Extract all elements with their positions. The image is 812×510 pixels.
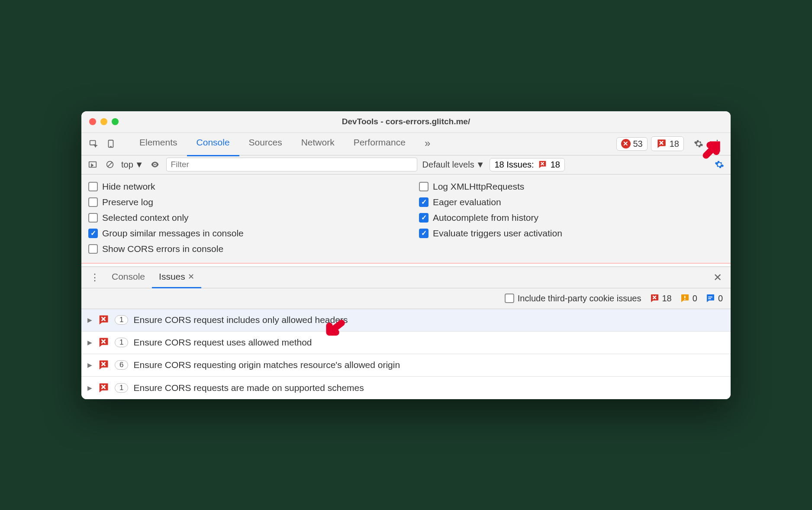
close-tab-icon[interactable]: ✕	[188, 272, 194, 281]
issue-count: 1	[115, 383, 128, 393]
issue-row[interactable]: ▶ 6 Ensure CORS requesting origin matche…	[81, 354, 731, 377]
context-label: top	[121, 160, 133, 170]
setting-preserve-log[interactable]: Preserve log	[88, 194, 393, 210]
toolbar-badges: 53 18	[616, 136, 684, 151]
console-settings-panel: Hide network Preserve log Selected conte…	[81, 174, 731, 263]
checkbox-icon	[88, 197, 98, 207]
panel-tabs: Elements Console Sources Network Perform…	[130, 132, 440, 156]
minimize-window-button[interactable]	[100, 118, 107, 125]
issue-count: 6	[115, 360, 128, 370]
issues-options-bar: Include third-party cookie issues 18 0 0	[81, 288, 731, 309]
issue-chat-icon	[97, 382, 110, 394]
svg-rect-0	[90, 141, 96, 145]
drawer-kebab-icon[interactable]: ⋮	[87, 272, 105, 283]
checkbox-icon	[88, 244, 98, 254]
tab-overflow[interactable]: »	[415, 132, 440, 156]
maximize-window-button[interactable]	[112, 118, 119, 125]
filter-input[interactable]	[166, 158, 417, 171]
levels-label: Default levels	[422, 160, 474, 170]
checkbox-icon	[419, 182, 429, 191]
close-window-button[interactable]	[89, 118, 96, 125]
context-selector[interactable]: top ▼	[121, 160, 144, 170]
checkbox-icon	[88, 182, 98, 191]
checkbox-icon	[505, 294, 514, 303]
expand-triangle-icon[interactable]: ▶	[87, 339, 92, 346]
devtools-window: DevTools - cors-errors.glitch.me/ Elemen…	[81, 111, 731, 399]
sidebar-toggle-icon[interactable]	[87, 158, 99, 171]
issues-label: 18 Issues:	[494, 160, 534, 170]
setting-user-activation[interactable]: Evaluate triggers user activation	[419, 226, 724, 241]
issue-chat-icon	[538, 160, 547, 169]
issue-title: Ensure CORS requests are made on support…	[133, 383, 364, 393]
setting-group-similar[interactable]: Group similar messages in console	[88, 226, 393, 241]
chevron-down-icon: ▼	[135, 160, 144, 170]
tab-elements[interactable]: Elements	[130, 132, 187, 156]
info-chat-icon	[705, 293, 715, 303]
checkbox-icon	[88, 229, 98, 238]
issue-title: Ensure CORS request uses allowed method	[133, 337, 312, 348]
live-expression-icon[interactable]	[149, 158, 161, 171]
errors-badge[interactable]: 53	[616, 137, 648, 151]
issue-title: Ensure CORS requesting origin matches re…	[133, 360, 400, 370]
main-toolbar: Elements Console Sources Network Perform…	[81, 133, 731, 155]
error-icon	[621, 139, 631, 148]
stat-warnings[interactable]: 0	[680, 293, 697, 303]
window-title: DevTools - cors-errors.glitch.me/	[81, 117, 731, 126]
svg-point-6	[154, 164, 156, 165]
issue-chat-icon	[97, 314, 110, 326]
issue-chat-icon	[97, 336, 110, 349]
issue-count: 1	[115, 338, 128, 347]
traffic-lights	[81, 118, 119, 125]
tab-console[interactable]: Console	[187, 132, 239, 156]
drawer-tab-console[interactable]: Console	[105, 266, 152, 288]
clear-console-icon[interactable]	[104, 158, 116, 171]
expand-triangle-icon[interactable]: ▶	[87, 362, 92, 368]
issue-row[interactable]: ▶ 1 Ensure CORS request includes only al…	[81, 309, 731, 332]
console-toolbar: top ▼ Default levels ▼ 18 Issues: 18	[81, 155, 731, 174]
annotation-arrow-icon	[699, 139, 722, 163]
tab-network[interactable]: Network	[292, 132, 344, 156]
issue-row[interactable]: ▶ 1 Ensure CORS request uses allowed met…	[81, 332, 731, 354]
log-levels-selector[interactable]: Default levels ▼	[422, 160, 485, 170]
expand-triangle-icon[interactable]: ▶	[87, 384, 92, 391]
issue-row[interactable]: ▶ 1 Ensure CORS requests are made on sup…	[81, 377, 731, 399]
issue-chat-icon	[649, 293, 660, 303]
checkbox-icon	[88, 213, 98, 223]
device-toolbar-icon[interactable]	[104, 137, 118, 151]
svg-rect-7	[684, 296, 686, 298]
setting-autocomplete[interactable]: Autocomplete from history	[419, 210, 724, 226]
annotation-arrow-icon	[324, 317, 346, 342]
stat-errors[interactable]: 18	[649, 293, 672, 303]
issues-count-top: 18	[670, 139, 679, 149]
svg-line-5	[108, 162, 113, 167]
expand-triangle-icon[interactable]: ▶	[87, 316, 92, 323]
stat-info[interactable]: 0	[705, 293, 723, 303]
svg-rect-8	[684, 299, 686, 300]
checkbox-icon	[419, 213, 429, 223]
chevron-down-icon: ▼	[476, 160, 485, 170]
titlebar: DevTools - cors-errors.glitch.me/	[81, 111, 731, 133]
warning-chat-icon	[680, 293, 690, 303]
setting-eager-eval[interactable]: Eager evaluation	[419, 194, 724, 210]
setting-show-cors[interactable]: Show CORS errors in console	[88, 241, 393, 257]
issue-chat-icon	[97, 359, 110, 371]
tab-sources[interactable]: Sources	[239, 132, 292, 156]
drawer-close-icon[interactable]: ✕	[710, 268, 725, 287]
issues-list: ▶ 1 Ensure CORS request includes only al…	[81, 309, 731, 399]
drawer-tab-issues[interactable]: Issues ✕	[152, 266, 201, 288]
drawer-tabs: ⋮ Console Issues ✕ ✕	[81, 267, 731, 288]
svg-rect-9	[708, 297, 712, 297]
issues-badge-top[interactable]: 18	[651, 136, 684, 151]
tab-performance[interactable]: Performance	[344, 132, 415, 156]
inspect-element-icon[interactable]	[87, 137, 100, 151]
include-3p-checkbox[interactable]: Include third-party cookie issues	[505, 294, 641, 303]
svg-rect-10	[708, 298, 711, 299]
setting-log-xhr[interactable]: Log XMLHttpRequests	[419, 179, 724, 194]
issues-button[interactable]: 18 Issues: 18	[490, 158, 564, 171]
issue-chat-icon	[656, 138, 667, 149]
setting-hide-network[interactable]: Hide network	[88, 179, 393, 194]
issue-count: 1	[115, 315, 128, 325]
issues-badge-count: 18	[551, 160, 560, 170]
checkbox-icon	[419, 229, 429, 238]
setting-selected-context[interactable]: Selected context only	[88, 210, 393, 226]
